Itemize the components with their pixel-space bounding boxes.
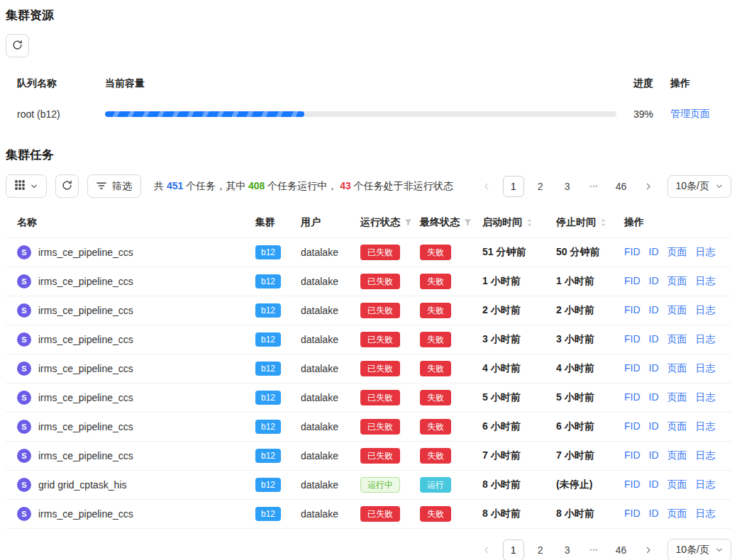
page-size-select[interactable]: 10条/页 bbox=[667, 539, 731, 560]
table-row: S irms_ce_pipeline_ccs b12 datalake 已失败 … bbox=[6, 500, 731, 529]
log-link[interactable]: 日志 bbox=[696, 449, 716, 462]
sort-icon[interactable] bbox=[526, 218, 533, 228]
manage-page-link[interactable]: 管理页面 bbox=[670, 108, 720, 121]
page-link[interactable]: 页面 bbox=[667, 362, 687, 375]
task-name: irms_ce_pipeline_ccs bbox=[38, 305, 133, 316]
id-link[interactable]: ID bbox=[649, 449, 659, 462]
fid-link[interactable]: FID bbox=[624, 275, 641, 288]
id-link[interactable]: ID bbox=[649, 362, 659, 375]
prev-page-button[interactable] bbox=[476, 539, 497, 560]
stop-time-header: 停止时间 bbox=[556, 216, 624, 229]
page-number[interactable]: 3 bbox=[557, 176, 578, 197]
resources-table: 队列名称 当前容量 进度 操作 root (b12) 39% 管理页面 bbox=[6, 69, 731, 130]
page-link[interactable]: 页面 bbox=[667, 420, 687, 433]
page-link[interactable]: 页面 bbox=[667, 246, 687, 259]
id-link[interactable]: ID bbox=[649, 304, 659, 317]
final-status-badge: 失败 bbox=[420, 419, 451, 435]
filter-funnel-icon[interactable] bbox=[404, 218, 412, 226]
task-name: irms_ce_pipeline_ccs bbox=[38, 276, 133, 287]
fid-link[interactable]: FID bbox=[624, 246, 641, 259]
fid-link[interactable]: FID bbox=[624, 362, 641, 375]
task-name: grid grid_cptask_his bbox=[38, 479, 127, 491]
column-settings-button[interactable] bbox=[6, 174, 47, 198]
page-link[interactable]: 页面 bbox=[667, 508, 687, 520]
sort-icon[interactable] bbox=[600, 218, 606, 228]
id-link[interactable]: ID bbox=[649, 275, 659, 288]
pagination-top: 1 2 3 ••• 46 10条/页 bbox=[476, 175, 731, 198]
fid-link[interactable]: FID bbox=[624, 508, 641, 520]
page-number[interactable]: 1 bbox=[503, 539, 524, 560]
task-name: irms_ce_pipeline_ccs bbox=[38, 508, 133, 520]
id-link[interactable]: ID bbox=[649, 333, 659, 346]
fid-link[interactable]: FID bbox=[624, 420, 641, 433]
page-link[interactable]: 页面 bbox=[667, 391, 687, 404]
table-row: S irms_ce_pipeline_ccs b12 datalake 已失败 … bbox=[6, 413, 731, 442]
log-link[interactable]: 日志 bbox=[696, 391, 716, 404]
fid-link[interactable]: FID bbox=[624, 333, 641, 346]
log-link[interactable]: 日志 bbox=[696, 333, 716, 346]
page-number[interactable]: 46 bbox=[611, 176, 632, 197]
page-number[interactable]: 46 bbox=[611, 539, 632, 560]
chevron-down-icon bbox=[716, 181, 723, 192]
stop-time-cell: 50 分钟前 bbox=[556, 246, 624, 259]
log-link[interactable]: 日志 bbox=[696, 420, 716, 433]
prev-page-button[interactable] bbox=[476, 176, 497, 197]
next-page-button[interactable] bbox=[638, 176, 659, 197]
log-link[interactable]: 日志 bbox=[696, 246, 716, 259]
name-header: 名称 bbox=[17, 216, 255, 229]
capacity-progress-bar bbox=[105, 111, 616, 117]
log-link[interactable]: 日志 bbox=[696, 304, 716, 317]
pagination-bottom: 1 2 3 ••• 46 10条/页 bbox=[6, 539, 731, 560]
cluster-badge: b12 bbox=[255, 303, 281, 318]
page-number[interactable]: 2 bbox=[530, 539, 551, 560]
task-name: irms_ce_pipeline_ccs bbox=[38, 247, 133, 258]
id-link[interactable]: ID bbox=[649, 391, 659, 404]
page-link[interactable]: 页面 bbox=[667, 304, 687, 317]
log-link[interactable]: 日志 bbox=[696, 362, 716, 375]
queue-name: root (b12) bbox=[17, 108, 105, 120]
final-status-badge: 失败 bbox=[420, 303, 451, 318]
page-ellipsis[interactable]: ••• bbox=[584, 539, 605, 560]
avatar: S bbox=[17, 391, 31, 405]
final-status-badge: 失败 bbox=[420, 390, 451, 405]
log-link[interactable]: 日志 bbox=[696, 275, 716, 288]
grid-icon bbox=[15, 180, 25, 192]
page-number[interactable]: 3 bbox=[557, 539, 578, 560]
log-link[interactable]: 日志 bbox=[696, 508, 716, 520]
filter-funnel-icon[interactable] bbox=[464, 218, 472, 226]
run-status-badge: 已失败 bbox=[360, 303, 400, 318]
id-link[interactable]: ID bbox=[649, 246, 659, 259]
stop-time-cell: 7 小时前 bbox=[556, 449, 624, 462]
avatar: S bbox=[17, 303, 31, 318]
page-link[interactable]: 页面 bbox=[667, 333, 687, 346]
resources-refresh-button[interactable] bbox=[6, 34, 29, 57]
id-link[interactable]: ID bbox=[649, 508, 659, 520]
page-size-select[interactable]: 10条/页 bbox=[667, 175, 731, 198]
final-status-badge: 失败 bbox=[420, 245, 451, 260]
filter-button[interactable]: 筛选 bbox=[87, 174, 141, 198]
avatar: S bbox=[17, 274, 31, 289]
fid-link[interactable]: FID bbox=[624, 478, 641, 491]
page-link[interactable]: 页面 bbox=[667, 478, 687, 491]
page-number[interactable]: 1 bbox=[503, 176, 524, 197]
table-row: S irms_ce_pipeline_ccs b12 datalake 已失败 … bbox=[6, 296, 731, 325]
log-link[interactable]: 日志 bbox=[696, 478, 716, 491]
page-size-value: 10条/页 bbox=[676, 180, 709, 193]
next-page-button[interactable] bbox=[638, 539, 659, 560]
page-ellipsis[interactable]: ••• bbox=[584, 176, 605, 197]
run-status-badge: 已失败 bbox=[360, 506, 400, 522]
id-link[interactable]: ID bbox=[649, 478, 659, 491]
id-link[interactable]: ID bbox=[649, 420, 659, 433]
page-link[interactable]: 页面 bbox=[667, 449, 687, 462]
fid-link[interactable]: FID bbox=[624, 449, 641, 462]
fid-link[interactable]: FID bbox=[624, 391, 641, 404]
page-number[interactable]: 2 bbox=[530, 176, 551, 197]
tasks-refresh-button[interactable] bbox=[55, 174, 79, 198]
fid-link[interactable]: FID bbox=[624, 304, 641, 317]
progress-header: 进度 bbox=[633, 77, 670, 90]
table-row: S grid grid_cptask_his b12 datalake 运行中 … bbox=[6, 471, 731, 500]
user-cell: datalake bbox=[301, 247, 360, 258]
start-time-cell: 8 小时前 bbox=[482, 508, 556, 520]
run-status-badge: 运行中 bbox=[360, 477, 400, 493]
page-link[interactable]: 页面 bbox=[667, 275, 687, 288]
